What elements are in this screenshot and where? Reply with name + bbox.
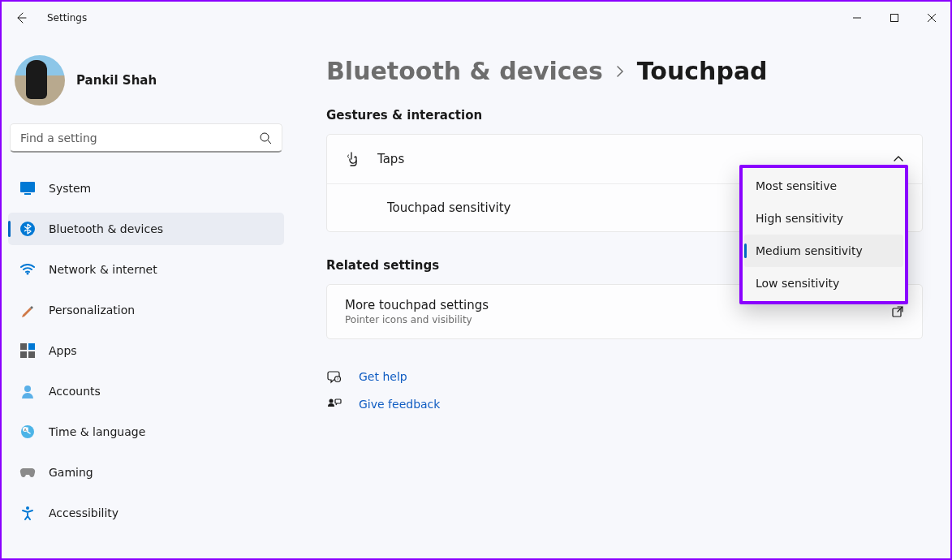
user-name: Pankil Shah [76, 73, 157, 88]
system-icon [19, 180, 36, 196]
gaming-icon [19, 464, 36, 480]
sidebar-item-label: System [49, 182, 91, 195]
sidebar-item-personalization[interactable]: Personalization [8, 294, 284, 326]
time-icon: A [19, 424, 36, 440]
open-external-icon [891, 305, 904, 318]
section-gestures-title: Gestures & interaction [326, 108, 923, 123]
personalization-icon [19, 302, 36, 318]
sensitivity-dropdown: Most sensitive High sensitivity Medium s… [739, 165, 908, 304]
search-icon [259, 131, 272, 144]
dropdown-option-medium-sensitivity[interactable]: Medium sensitivity [744, 235, 903, 267]
page-title: Touchpad [637, 57, 768, 85]
svg-point-18 [330, 399, 334, 403]
back-button[interactable] [8, 5, 34, 31]
breadcrumb-parent[interactable]: Bluetooth & devices [326, 57, 603, 85]
svg-point-5 [27, 273, 29, 275]
dropdown-option-high-sensitivity[interactable]: High sensitivity [744, 202, 903, 235]
more-settings-subtitle: Pointer icons and visibility [345, 314, 891, 325]
svg-text:?: ? [337, 377, 339, 381]
svg-rect-0 [891, 15, 898, 22]
apps-icon [19, 342, 36, 359]
get-help-text: Get help [359, 370, 407, 383]
svg-rect-9 [28, 351, 35, 358]
svg-point-10 [24, 386, 31, 392]
svg-rect-19 [335, 399, 341, 403]
search-box[interactable] [10, 123, 282, 153]
help-icon: ? [326, 368, 342, 385]
sidebar-item-apps[interactable]: Apps [8, 334, 284, 367]
breadcrumb: Bluetooth & devices Touchpad [326, 57, 923, 85]
sidebar-item-time[interactable]: A Time & language [8, 416, 284, 448]
sidebar-item-accounts[interactable]: Accounts [8, 375, 284, 407]
svg-rect-6 [20, 343, 27, 350]
svg-rect-2 [20, 182, 35, 192]
sidebar-item-gaming[interactable]: Gaming [8, 456, 284, 489]
minimize-button[interactable] [838, 5, 876, 31]
sidebar-item-label: Accessibility [49, 506, 118, 519]
sidebar-item-bluetooth[interactable]: Bluetooth & devices [8, 213, 284, 245]
feedback-icon [326, 396, 342, 412]
sidebar-item-label: Bluetooth & devices [49, 222, 163, 235]
chevron-right-icon [614, 66, 626, 77]
tap-icon [345, 151, 361, 167]
svg-point-14 [26, 506, 29, 510]
sidebar-item-label: Gaming [49, 466, 93, 479]
dropdown-option-most-sensitive[interactable]: Most sensitive [744, 170, 903, 202]
sidebar-item-label: Time & language [49, 425, 145, 438]
give-feedback-link[interactable]: Give feedback [326, 396, 923, 412]
maximize-button[interactable] [876, 5, 913, 31]
sidebar-item-system[interactable]: System [8, 172, 284, 205]
close-button[interactable] [913, 5, 950, 31]
user-profile[interactable]: Pankil Shah [8, 41, 284, 120]
svg-rect-3 [24, 193, 31, 195]
sidebar-item-label: Apps [49, 344, 77, 357]
svg-rect-7 [28, 343, 35, 350]
window-title: Settings [47, 12, 87, 24]
sidebar-item-accessibility[interactable]: Accessibility [8, 497, 284, 529]
accounts-icon [19, 383, 36, 399]
feedback-text: Give feedback [359, 398, 440, 411]
svg-text:A: A [24, 428, 27, 432]
bluetooth-icon [19, 221, 36, 237]
search-input[interactable] [20, 131, 259, 144]
avatar [15, 55, 65, 106]
svg-rect-8 [20, 351, 27, 358]
sidebar-item-network[interactable]: Network & internet [8, 253, 284, 286]
sidebar-item-label: Network & internet [49, 263, 157, 276]
sidebar-item-label: Accounts [49, 385, 101, 398]
network-icon [19, 261, 36, 278]
accessibility-icon [19, 505, 36, 521]
svg-point-1 [261, 133, 269, 141]
sidebar-item-label: Personalization [49, 304, 135, 317]
chevron-up-icon [893, 153, 904, 165]
dropdown-option-low-sensitivity[interactable]: Low sensitivity [744, 267, 903, 299]
get-help-link[interactable]: ? Get help [326, 368, 923, 385]
